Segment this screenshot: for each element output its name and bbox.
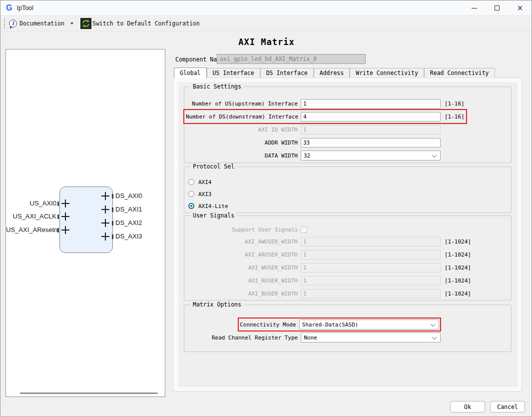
radio-icon[interactable] [188, 179, 194, 185]
user-signals-group: User Signals Support User Signals AXI_AW… [184, 216, 512, 300]
group-title: Basic Settings [190, 83, 244, 90]
close-button[interactable]: × [509, 0, 532, 16]
tab-global[interactable]: Global [174, 68, 207, 78]
port-label-us-axi0: US_AXI0 [6, 200, 56, 208]
block-diagram-canvas[interactable]: US_AXI0 US_AXI_ACLK US_AXI_AResetn DS_AX… [5, 49, 165, 397]
info-icon: i [9, 20, 17, 28]
refresh-icon [80, 18, 91, 29]
chevron-down-icon[interactable] [70, 22, 73, 24]
wuser-width-input [301, 263, 441, 272]
range-hint: [1-1024] [445, 264, 471, 271]
tab-write-connectivity[interactable]: Write Connectivity [350, 68, 424, 78]
port-label-ds-axi3: DS_AXI3 [115, 232, 142, 240]
window-title: IpTool [16, 4, 33, 12]
port-pin-icon [57, 214, 59, 219]
toolbar: i Documentation Switch to Default Config… [0, 16, 532, 32]
tab-us-interface[interactable]: US Interface [207, 68, 260, 78]
radio-label: AXI4 [198, 179, 212, 186]
field-label: AXI_AWUSER_WIDTH [186, 238, 298, 245]
range-hint: [1-1024] [445, 252, 471, 258]
expand-port-icon[interactable] [101, 206, 109, 214]
cancel-button[interactable]: Cancel [490, 401, 525, 412]
tab-read-connectivity[interactable]: Read Connectivity [424, 68, 495, 78]
range-hint: [1-16] [445, 100, 465, 107]
checkbox-label: Support User Signals [232, 226, 298, 233]
port-pin-icon [57, 228, 59, 232]
support-user-signals-row: Support User Signals [184, 224, 511, 235]
dropdown-value: 32 [304, 152, 310, 159]
us-interface-count-input[interactable] [301, 99, 441, 108]
field-label: ADDR WIDTH [186, 140, 298, 146]
title-bar: G IpTool × [0, 0, 532, 16]
expand-port-icon[interactable] [101, 232, 109, 240]
range-hint: [1-1024] [445, 290, 471, 297]
minimize-icon [472, 8, 477, 8]
chevron-down-icon [432, 335, 437, 340]
port-pin-icon [57, 202, 59, 206]
buser-width-input [301, 289, 441, 298]
minimize-button[interactable] [463, 0, 486, 16]
field-label: Number of US(upstream) Interface [186, 100, 298, 107]
protocol-sel-group: Protocol Sel AXI4 AXI3 AXI4-Lite [184, 166, 512, 213]
radio-row-axi3[interactable]: AXI3 [184, 188, 511, 200]
ds-interface-count-input[interactable] [301, 112, 441, 122]
page-title: AXI Matrix [0, 37, 532, 47]
port-label-ds-axi1: DS_AXI1 [115, 206, 142, 214]
form-row-ds-interface-highlighted: Number of DS(downstream) Interface [1-16… [184, 110, 466, 123]
port-pin-icon [112, 194, 113, 198]
dropdown-value: Shared-Data(SASD) [302, 322, 359, 328]
data-width-dropdown[interactable]: 32 [301, 150, 441, 160]
expand-port-icon[interactable] [101, 192, 109, 200]
field-label: AXI_RUSER_WIDTH [186, 278, 298, 284]
form-row-axi-id-width: AXI ID WIDTH [184, 123, 442, 136]
switch-default-config-label: Switch to Default Configuration [92, 20, 200, 27]
group-title: Matrix Options [190, 301, 244, 308]
range-hint: [1-1024] [445, 238, 471, 245]
component-name-input [217, 54, 366, 64]
ruser-width-input [301, 276, 441, 286]
connectivity-mode-dropdown[interactable]: Shared-Data(SASD) [299, 320, 439, 330]
documentation-label: Documentation [19, 20, 64, 27]
expand-port-icon[interactable] [61, 212, 69, 220]
form-row-awuser-width: AXI_AWUSER_WIDTH [1-1024] [184, 235, 473, 248]
form-row-wuser-width: AXI_WUSER_WIDTH [1-1024] [184, 261, 473, 274]
expand-port-icon[interactable] [101, 219, 109, 227]
dropdown-value: None [304, 334, 317, 341]
ok-button[interactable]: Ok [450, 401, 485, 412]
read-channel-register-type-dropdown[interactable]: None [301, 332, 441, 342]
expand-port-icon[interactable] [61, 200, 69, 208]
documentation-button[interactable]: i Documentation [9, 20, 73, 28]
switch-default-config-button[interactable]: Switch to Default Configuration [80, 18, 200, 29]
awuser-width-input [301, 237, 441, 246]
field-label: Connectivity Mode [240, 322, 296, 328]
port-label-us-axi-aclk: US_AXI_ACLK [6, 212, 56, 220]
maximize-icon [495, 6, 500, 10]
horizontal-scrollbar[interactable] [20, 392, 158, 394]
matrix-options-group: Matrix Options Connectivity Mode Shared-… [184, 304, 512, 352]
expand-port-icon[interactable] [61, 226, 69, 234]
tab-ds-interface[interactable]: DS Interface [260, 68, 314, 78]
chevron-down-icon [430, 322, 435, 327]
radio-row-axi4-lite[interactable]: AXI4-Lite [184, 200, 511, 212]
field-label: Read Channel Register Type [212, 334, 298, 341]
field-label: AXI ID WIDTH [186, 126, 298, 133]
global-tab-content: Basic Settings Number of US(upstream) In… [178, 82, 518, 387]
tab-bar: Global US Interface DS Interface Address… [174, 67, 495, 78]
field-label: Number of DS(downstream) Interface [186, 114, 298, 120]
toolbar-grip[interactable] [4, 18, 5, 29]
maximize-button[interactable] [486, 0, 509, 16]
addr-width-input[interactable] [301, 138, 441, 148]
radio-selected-icon[interactable] [188, 203, 194, 209]
radio-label: AXI3 [198, 191, 212, 198]
form-row-buser-width: AXI_BUSER_WIDTH [1-1024] [184, 287, 473, 300]
radio-row-axi4[interactable]: AXI4 [184, 176, 511, 188]
aruser-width-input [301, 250, 441, 260]
tab-address[interactable]: Address [314, 68, 350, 78]
radio-icon[interactable] [188, 191, 194, 197]
form-row-connectivity-mode: Connectivity Mode Shared-Data(SASD) [184, 318, 511, 331]
form-row-aruser-width: AXI_ARUSER_WIDTH [1-1024] [184, 248, 473, 261]
port-pin-icon [112, 221, 113, 226]
field-label: DATA WIDTH [186, 152, 298, 159]
port-label-ds-axi2: DS_AXI2 [115, 219, 142, 227]
form-row-data-width: DATA WIDTH 32 [184, 149, 442, 162]
